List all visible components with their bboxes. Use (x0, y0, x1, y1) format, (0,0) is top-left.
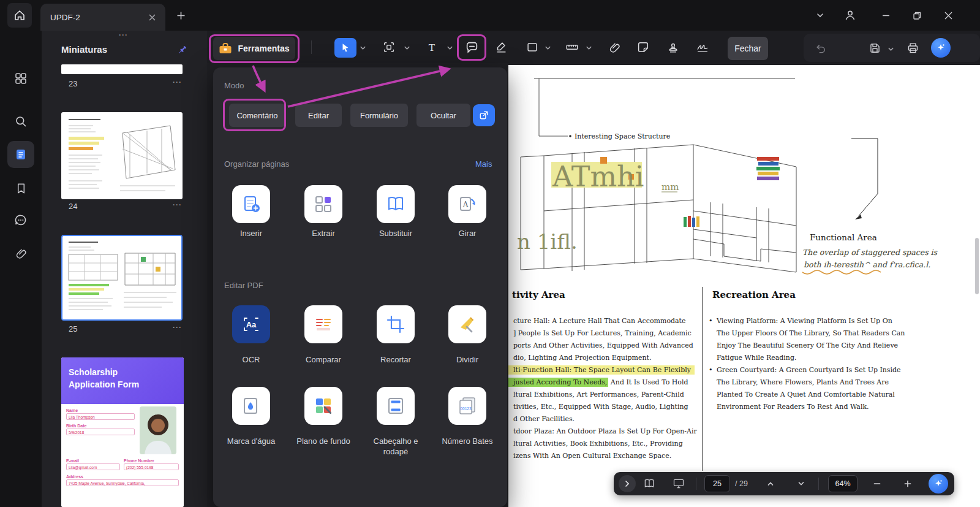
doc-text-line: tdoor Plaza: An Outdoor Plaza Is Set Up … (508, 425, 699, 438)
home-button[interactable] (7, 3, 32, 28)
bates-number-icon: 00123 (457, 395, 478, 416)
shape-tool-button[interactable] (524, 39, 540, 55)
doc-text-line: Planted To Create A Quiet And Comfortabl… (709, 389, 978, 401)
mode-hide-button[interactable]: Ocultar (417, 104, 470, 127)
restore-icon (913, 12, 921, 20)
document-tab[interactable]: UPDF-2 (40, 4, 165, 31)
slideshow-button[interactable] (671, 477, 686, 490)
vertical-scrollbar[interactable] (975, 238, 979, 294)
thumbnail-page-26-scholarship[interactable]: Scholarship Application Form Name Lila T… (61, 357, 184, 507)
text-tool-button[interactable]: T (424, 39, 440, 55)
insert-pages-button[interactable] (232, 185, 270, 223)
snapshot-tool-button[interactable] (381, 39, 397, 55)
next-page-button[interactable] (794, 478, 809, 490)
tools-menu-button[interactable]: Ferramentas (213, 37, 295, 60)
highlighter-icon (495, 40, 508, 54)
organize-more-link[interactable]: Mais (475, 159, 492, 169)
reading-mode-button[interactable] (642, 477, 657, 490)
doc-text-line: ltural Exhibitions, Art Performances, Pa… (508, 389, 699, 401)
ai-assistant-button[interactable] (931, 38, 951, 58)
measure-tool-dropdown[interactable] (584, 43, 594, 53)
watermark-button[interactable] (232, 387, 270, 425)
zoom-level-input[interactable]: 64% (828, 475, 858, 492)
pin-panel-button[interactable] (174, 42, 190, 58)
undo-button[interactable] (813, 41, 828, 56)
previous-page-button[interactable] (763, 478, 778, 490)
compare-icon (313, 314, 334, 335)
attach-file-tool-button[interactable] (606, 39, 622, 55)
comments-panel-button[interactable] (13, 213, 28, 227)
doc-text-line: tivities, Etc., Equipped With Stage, Aud… (508, 401, 699, 413)
mode-edit-button[interactable]: Editar (295, 104, 342, 127)
replace-pages-button[interactable] (377, 185, 415, 223)
page-number-input[interactable]: 25 (704, 475, 730, 492)
ruler-icon (565, 40, 579, 54)
header-footer-button[interactable] (377, 387, 415, 425)
close-button[interactable] (938, 7, 958, 24)
minimize-button[interactable] (876, 7, 895, 24)
thumbnail-page-24[interactable] (61, 112, 183, 199)
text-tool-icon: T (425, 40, 439, 54)
thumbnail-page-23[interactable] (61, 64, 183, 74)
split-button[interactable] (448, 305, 486, 343)
mode-form-button[interactable]: Formulário (350, 104, 408, 127)
stamp-tool-button[interactable] (665, 39, 681, 55)
field-value: (202) 555-0198 (124, 463, 179, 470)
snapshot-tool-dropdown[interactable] (402, 43, 412, 53)
thumbnail-page-25-selected[interactable] (61, 235, 183, 321)
close-annotate-button[interactable]: Fechar (728, 37, 768, 60)
save-button[interactable] (867, 40, 882, 55)
ocr-button[interactable]: Aa (232, 305, 270, 343)
zoom-in-button[interactable] (900, 477, 915, 490)
compare-button[interactable] (304, 305, 342, 343)
background-button[interactable] (304, 387, 342, 425)
zoom-out-button[interactable] (870, 477, 884, 490)
highlighter-tool-button[interactable] (494, 39, 510, 55)
tools-menu-label: Ferramentas (238, 44, 289, 53)
doc-text-line: •Viewing Platform: A Viewing Platform Is… (709, 315, 978, 327)
ai-assistant-floating-button[interactable] (929, 474, 948, 494)
new-tab-button[interactable] (173, 8, 188, 23)
account-button[interactable] (840, 7, 860, 24)
printer-icon (907, 42, 919, 55)
text-tool-dropdown[interactable] (445, 43, 454, 53)
tab-title: UPDF-2 (50, 13, 145, 22)
crop-button[interactable] (377, 305, 415, 343)
mode-comment-button[interactable]: Comentário (229, 104, 285, 127)
restore-button[interactable] (907, 7, 927, 24)
attachments-panel-button[interactable] (13, 246, 28, 261)
print-button[interactable] (905, 40, 920, 55)
split-knife-icon (457, 314, 478, 335)
sticker-tool-button[interactable] (635, 39, 651, 55)
thumbnails-panel-button[interactable] (13, 147, 28, 162)
search-panel-button[interactable] (13, 114, 28, 129)
svg-text:ATmhi: ATmhi (552, 160, 644, 193)
organize-section-label: Organizar páginas (224, 159, 289, 169)
thumbnail-23-menu-button[interactable]: ⋯ (168, 77, 186, 88)
save-dropdown[interactable] (886, 44, 895, 54)
svg-text:n 1ifl.: n 1ifl. (517, 229, 578, 254)
titlebar-menu-button[interactable] (811, 7, 829, 24)
signature-tool-button[interactable] (695, 39, 710, 55)
shape-tool-dropdown[interactable] (543, 43, 552, 53)
thumbnail-25-menu-button[interactable]: ⋯ (168, 322, 186, 333)
thumbnail-22-menu-button[interactable]: ⋯ (114, 31, 132, 39)
activity-area-text-2: ltural Exhibitions, Art Performances, Pa… (508, 389, 699, 462)
pdf-page[interactable]: Interesting Space Structure ATmhi mm (508, 65, 980, 507)
expand-nav-button[interactable] (619, 475, 636, 492)
extract-pages-button[interactable] (304, 185, 342, 223)
bates-number-button[interactable]: 00123 (448, 387, 486, 425)
open-in-new-window-button[interactable] (473, 104, 495, 126)
chevron-down-icon (359, 44, 367, 52)
measure-tool-button[interactable] (564, 39, 580, 55)
thumbnails-panel: Miniaturas ⋯ 23 ⋯ (42, 31, 207, 507)
comment-tool-button[interactable] (463, 39, 480, 55)
thumbnail-24-menu-button[interactable]: ⋯ (168, 199, 186, 210)
bookmarks-panel-button[interactable] (13, 181, 28, 196)
tab-close-icon[interactable] (145, 10, 159, 25)
app-grid-button[interactable] (13, 71, 28, 86)
select-tool-dropdown[interactable] (358, 43, 368, 53)
more-icon: ⋯ (172, 324, 182, 330)
rotate-pages-button[interactable]: A (448, 185, 486, 223)
select-tool-button[interactable] (334, 38, 356, 58)
